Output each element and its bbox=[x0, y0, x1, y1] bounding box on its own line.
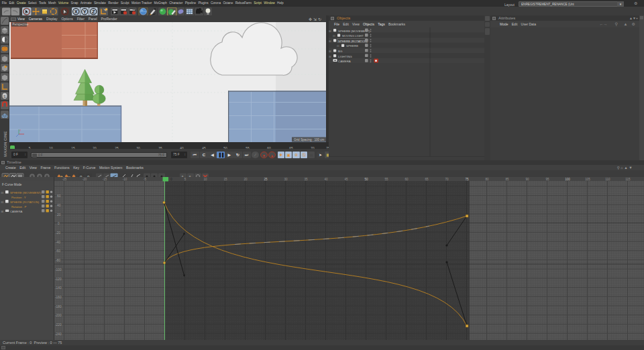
svg-text:⊞: ⊞ bbox=[329, 55, 331, 58]
svg-text:5: 5 bbox=[184, 178, 186, 181]
svg-text:SPHERE (MOVEMENT): SPHERE (MOVEMENT) bbox=[10, 191, 42, 194]
svg-text:105: 105 bbox=[585, 178, 590, 181]
svg-text:20: 20 bbox=[244, 178, 248, 181]
svg-text:30: 30 bbox=[284, 178, 288, 181]
svg-text:-25: -25 bbox=[62, 178, 67, 181]
svg-text:-240: -240 bbox=[55, 333, 62, 336]
svg-text:⊞: ⊞ bbox=[329, 40, 331, 43]
svg-text:85: 85 bbox=[505, 178, 509, 181]
svg-text:25: 25 bbox=[264, 178, 268, 181]
svg-text:55: 55 bbox=[384, 178, 388, 181]
svg-text:Y: Y bbox=[83, 9, 87, 15]
svg-text:60: 60 bbox=[405, 178, 409, 181]
svg-text:0: 0 bbox=[170, 177, 172, 181]
svg-text:X: X bbox=[74, 9, 78, 15]
svg-text:Rotation . P: Rotation . P bbox=[11, 205, 27, 209]
svg-text:65: 65 bbox=[425, 178, 429, 181]
svg-text:⊟: ⊟ bbox=[333, 34, 335, 38]
svg-text:⊞: ⊞ bbox=[1, 210, 4, 213]
svg-text:-120: -120 bbox=[55, 278, 62, 281]
svg-text:S: S bbox=[3, 95, 6, 99]
svg-text:MAXON CINE: MAXON CINE bbox=[3, 131, 7, 157]
svg-text:-20: -20 bbox=[83, 178, 87, 181]
svg-text:F-Curve Mode: F-Curve Mode bbox=[2, 183, 22, 186]
svg-text:BG: BG bbox=[338, 50, 343, 53]
svg-text:-5: -5 bbox=[144, 178, 147, 181]
svg-text:SPHERE (ROTATION): SPHERE (ROTATION) bbox=[10, 200, 40, 204]
svg-text:45: 45 bbox=[344, 178, 348, 181]
svg-text:CAMERA: CAMERA bbox=[10, 210, 23, 213]
svg-text:-100: -100 bbox=[55, 268, 62, 272]
svg-text:⊟: ⊟ bbox=[1, 200, 4, 204]
svg-text:40: 40 bbox=[57, 204, 61, 207]
svg-text:Position . Y: Position . Y bbox=[11, 196, 26, 199]
svg-text:⊞: ⊞ bbox=[329, 50, 331, 53]
svg-text:0: 0 bbox=[58, 222, 60, 225]
svg-text:35: 35 bbox=[304, 178, 308, 181]
svg-text:-20: -20 bbox=[56, 231, 60, 235]
svg-text:SPHERE (ROTATION): SPHERE (ROTATION) bbox=[338, 40, 368, 43]
svg-text:Perspective: Perspective bbox=[13, 23, 29, 26]
svg-text:95: 95 bbox=[545, 178, 549, 181]
svg-text:10: 10 bbox=[203, 178, 207, 181]
svg-text:110: 110 bbox=[605, 178, 610, 181]
svg-text:70: 70 bbox=[445, 178, 449, 181]
svg-text:⊞: ⊞ bbox=[329, 30, 331, 33]
svg-text:115: 115 bbox=[625, 178, 631, 181]
svg-text:-200: -200 bbox=[55, 314, 62, 317]
svg-text:-140: -140 bbox=[55, 286, 62, 290]
svg-text:SPHERE: SPHERE bbox=[346, 44, 358, 48]
svg-text:90: 90 bbox=[525, 178, 529, 181]
svg-text:-60: -60 bbox=[56, 249, 60, 253]
svg-text:-80: -80 bbox=[56, 259, 60, 262]
svg-text:-180: -180 bbox=[55, 305, 62, 308]
svg-text:15: 15 bbox=[223, 178, 227, 181]
svg-text:Z: Z bbox=[92, 9, 95, 15]
svg-text:60: 60 bbox=[57, 194, 61, 198]
svg-text:80: 80 bbox=[485, 178, 489, 181]
svg-text:50: 50 bbox=[364, 178, 368, 181]
svg-text:MOVING LIGHT: MOVING LIGHT bbox=[342, 34, 364, 38]
svg-text:-15: -15 bbox=[103, 178, 107, 181]
svg-text:CAMERA: CAMERA bbox=[338, 60, 351, 63]
svg-text:Grid Spacing : 100 cm: Grid Spacing : 100 cm bbox=[294, 138, 325, 141]
svg-text:-220: -220 bbox=[55, 323, 62, 327]
svg-text:-10: -10 bbox=[123, 178, 127, 181]
svg-text:-160: -160 bbox=[55, 296, 62, 299]
svg-text:⊟: ⊟ bbox=[337, 44, 339, 48]
svg-text:100: 100 bbox=[565, 178, 570, 181]
svg-text:75: 75 bbox=[465, 178, 469, 181]
svg-text:LIGHTING: LIGHTING bbox=[338, 55, 352, 58]
svg-text:-40: -40 bbox=[56, 241, 60, 244]
svg-text:40: 40 bbox=[324, 178, 328, 181]
svg-text:⊟: ⊟ bbox=[1, 191, 4, 194]
svg-text:20: 20 bbox=[57, 213, 61, 217]
